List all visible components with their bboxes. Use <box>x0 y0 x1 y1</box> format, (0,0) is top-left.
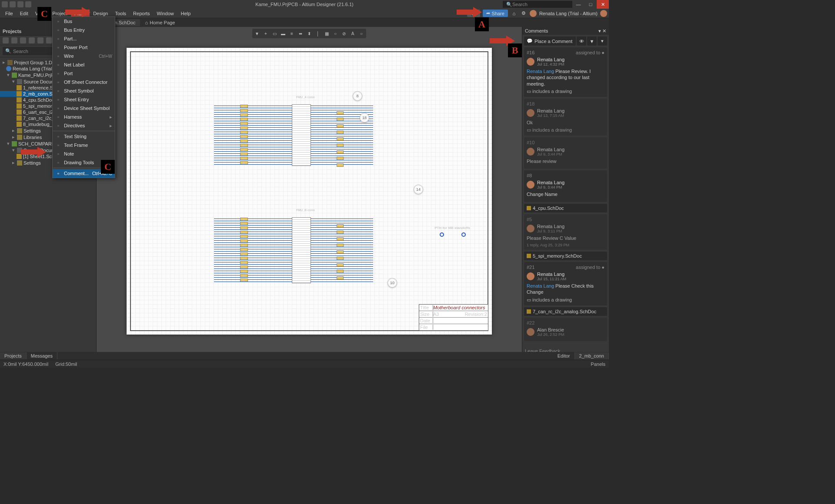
menu-tools[interactable]: Tools <box>111 10 130 17</box>
tool-icon[interactable]: ○ <box>331 30 339 37</box>
comment-card[interactable]: #22Alan BrescieJul 26, 2:52 PM <box>524 318 607 341</box>
menu-item-bus[interactable]: ▫Bus <box>53 17 115 26</box>
schematic-canvas[interactable]: ▼+ ▭▬ ≡⬌ ⬍│ ▦○ ⊘A ○ FMU_A conn NETNETNET… <box>97 27 522 355</box>
comment-filter-button[interactable]: ▼ <box>587 36 597 46</box>
editor-doc[interactable]: 2_mb_conn <box>575 352 609 359</box>
user-name[interactable]: Renata Lang (Trial - Altium) <box>539 11 598 16</box>
tool-icon[interactable]: ▬ <box>279 30 287 37</box>
status-coordinates: X:0mil Y:6450.000mil <box>3 361 48 367</box>
annotation-letter-b: B <box>508 43 522 57</box>
share-button[interactable]: ➦ Share <box>483 10 508 17</box>
menu-file[interactable]: File <box>2 10 17 17</box>
global-search[interactable]: 🔍 Search <box>503 1 572 8</box>
comment-card[interactable]: #10Renata LangJul 9, 3:44 PMPlease revie… <box>524 137 607 169</box>
toolbar-icon[interactable] <box>46 37 52 43</box>
pth-symbol-1 <box>461 232 466 237</box>
place-comment-button[interactable]: 💬 Place a Comment <box>524 36 576 46</box>
pth-symbol-2 <box>440 232 444 237</box>
comment-card[interactable]: #16assigned to ●Renata LangJul 12, 4:32 … <box>524 47 607 97</box>
menu-item-wire[interactable]: ▫WireCtrl+W <box>53 52 115 60</box>
tool-icon[interactable]: A <box>349 30 357 37</box>
title-block: TitleMotherboard connectors SizeA3Revisi… <box>419 304 488 331</box>
menu-item-off-sheet-connector[interactable]: ▫Off Sheet Connector <box>53 78 115 86</box>
settings-icon[interactable]: ⚙ <box>520 10 527 17</box>
menu-item-power-port[interactable]: ▫Power Port <box>53 43 115 52</box>
bottom-tabs: Projects Messages Editor 2_mb_conn <box>0 352 609 360</box>
comments-toggle-button[interactable]: 💬 <box>467 10 480 17</box>
menu-place[interactable]: Place <box>71 10 90 17</box>
comment-section[interactable]: 7_can_rc_i2c_analog.SchDoc <box>524 307 607 316</box>
home-icon[interactable]: ⌂ <box>511 10 518 17</box>
comments-header: Comments ▾ ✕ <box>522 27 609 35</box>
save-icon[interactable] <box>10 1 16 7</box>
tool-icon[interactable]: ▭ <box>271 30 278 37</box>
status-grid: Grid:50mil <box>55 361 77 367</box>
comment-card[interactable]: #21assigned to ●Renata LangJul 15, 11:21… <box>524 262 607 305</box>
menu-item-part-[interactable]: ▫Part... <box>53 34 115 43</box>
annotation-letter-c2: C <box>101 160 115 174</box>
tool-icon[interactable]: ⬍ <box>305 30 313 37</box>
connector-a: NETNETNETNETNETNETNETNETNETNETNETNETNETN… <box>292 104 311 166</box>
toolbar-icon[interactable] <box>37 37 43 43</box>
menu-project[interactable]: Project <box>49 10 70 17</box>
toolbar-icon[interactable] <box>11 37 17 43</box>
tool-icon[interactable]: │ <box>314 30 322 37</box>
tool-icon[interactable]: ≡ <box>288 30 296 37</box>
tab-home[interactable]: ⌂ Home Page <box>141 19 180 26</box>
comment-card[interactable]: #5Renata LangJul 9, 3:11 PMPlease Review… <box>524 214 607 250</box>
status-bar: X:0mil Y:6450.000mil Grid:50mil Panels <box>0 360 609 368</box>
menu-item-directives[interactable]: ▫Directives▸ <box>53 121 115 130</box>
menu-item-sheet-entry[interactable]: ▫Sheet Entry <box>53 95 115 104</box>
toolbar-icon[interactable] <box>29 37 35 43</box>
comment-badge-18[interactable]: 18 <box>360 113 369 123</box>
editor-label: Editor <box>553 352 575 359</box>
user-avatar[interactable] <box>530 10 537 17</box>
comment-section[interactable]: 5_spi_memory.SchDoc <box>524 252 607 260</box>
menu-reports[interactable]: Reports <box>130 10 154 17</box>
menu-edit[interactable]: Edit <box>17 10 32 17</box>
menu-item-bus-entry[interactable]: ▫Bus Entry <box>53 26 115 34</box>
bottom-tab-projects[interactable]: Projects <box>0 352 27 359</box>
toolbar-icon[interactable] <box>3 37 9 43</box>
menu-item-sheet-symbol[interactable]: ▫Sheet Symbol <box>53 86 115 95</box>
doc-icon[interactable] <box>17 1 23 7</box>
doc-icon-2[interactable] <box>25 1 31 7</box>
tool-icon[interactable]: ○ <box>357 30 365 37</box>
menu-item-net-label[interactable]: ▫Net Label <box>53 60 115 69</box>
tool-icon[interactable]: ⊘ <box>340 30 348 37</box>
menu-item-harness[interactable]: ▫Harness▸ <box>53 113 115 121</box>
comment-card[interactable]: #18Renata LangJul 13, 7:15 AMOk▭ include… <box>524 99 607 136</box>
tool-icon[interactable]: ▦ <box>323 30 331 37</box>
close-button[interactable]: ✕ <box>597 0 609 9</box>
label-pth: PTH for MB standoffs <box>434 226 470 230</box>
comment-badge-14[interactable]: 14 <box>414 185 423 194</box>
label-fmu-b: FMU_B conn <box>296 209 315 212</box>
menu-item-device-sheet-symbol[interactable]: ▫Device Sheet Symbol <box>53 104 115 113</box>
comment-section[interactable]: 4_cpu.SchDoc <box>524 204 607 212</box>
menu-help[interactable]: Help <box>177 10 194 17</box>
tool-icon[interactable]: ▼ <box>253 30 261 37</box>
menu-item-note[interactable]: ▫Note <box>53 149 115 158</box>
menu-design[interactable]: Design <box>90 10 111 17</box>
comment-menu-button[interactable]: ▾ <box>598 36 607 46</box>
menu-item-text-frame[interactable]: ▫Text Frame <box>53 141 115 149</box>
comment-badge-10[interactable]: 10 <box>387 278 397 288</box>
panels-button[interactable]: Panels <box>591 361 605 367</box>
bottom-tab-messages[interactable]: Messages <box>27 352 57 359</box>
comment-view-toggle[interactable]: 👁 <box>577 36 586 46</box>
comment-badge-8[interactable]: 8 <box>353 91 362 101</box>
toolbar-icon[interactable] <box>20 37 26 43</box>
annotation-letter-c: C <box>37 7 51 21</box>
user-avatar-2[interactable] <box>600 10 607 17</box>
maximize-button[interactable]: □ <box>584 0 597 9</box>
tool-icon[interactable]: ⬌ <box>297 30 304 37</box>
label-fmu-a: FMU_A conn <box>296 96 315 99</box>
window-title: Kame_FMU.PrjPCB - Altium Designer (21.6.… <box>255 2 354 7</box>
menu-item-text-string[interactable]: ▫Text String <box>53 132 115 141</box>
menu-item-port[interactable]: ▫Port <box>53 69 115 78</box>
minimize-button[interactable]: — <box>572 0 584 9</box>
tool-icon[interactable]: + <box>262 30 270 37</box>
comments-list[interactable]: #16assigned to ●Renata LangJul 12, 4:32 … <box>522 47 609 347</box>
menu-window[interactable]: Window <box>154 10 177 17</box>
comment-card[interactable]: #8Renata LangJul 9, 3:44 PMChange Name <box>524 170 607 202</box>
